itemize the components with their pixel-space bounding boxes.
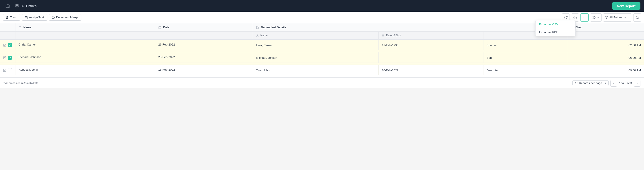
trash-icon [6, 16, 9, 19]
svg-point-12 [585, 18, 586, 19]
name-cell: Chris, Carner [16, 39, 155, 50]
pagination: 10 Records per page25 Records per page50… [572, 80, 640, 87]
svg-point-25 [257, 35, 258, 35]
svg-rect-3 [17, 6, 18, 7]
export-pdf-item[interactable]: Export as PDF [536, 28, 575, 36]
dep-rel-cell: Son [483, 52, 567, 63]
timezone-note: * All times are in Asia/Kolkata [4, 82, 38, 85]
svg-line-13 [584, 18, 585, 18]
search-icon [636, 16, 639, 19]
per-page-select[interactable]: 10 Records per page25 Records per page50… [572, 80, 609, 86]
subheader-check [567, 31, 644, 39]
name-col-icon [18, 26, 22, 29]
svg-point-11 [583, 17, 584, 18]
table-body: Chris, Carner26-Feb-2022Lara, Carner11-F… [0, 39, 644, 77]
next-page-button[interactable] [634, 80, 640, 87]
col-check-header: Chec [567, 23, 644, 31]
table-row: Rebecca, John16-Feb-2022Tina, John16-Feb… [0, 65, 644, 75]
dep-dob-cell: 16-Feb-2022 [378, 65, 484, 75]
svg-rect-26 [382, 35, 384, 37]
export-icon [583, 16, 586, 19]
footer: * All times are in Asia/Kolkata 10 Recor… [0, 77, 644, 88]
dep-name-cell: Michael, Johson [253, 52, 378, 63]
table-row-spacer [0, 75, 644, 77]
svg-rect-8 [53, 16, 54, 17]
svg-point-17 [636, 16, 638, 19]
assign-task-icon [24, 16, 28, 19]
print-icon [573, 16, 577, 19]
per-page-wrap: 10 Records per page25 Records per page50… [572, 80, 609, 86]
row-checkbox[interactable] [8, 43, 12, 47]
subheader-dep-dob: Date of Birth [378, 31, 484, 39]
name-cell: Rebecca, John [16, 65, 155, 75]
col-dependant-header: Dependant Details [253, 23, 567, 31]
date-cell: 16-Feb-2022 [155, 65, 253, 75]
refresh-icon [564, 16, 568, 19]
view-toggle[interactable] [590, 14, 602, 22]
svg-rect-1 [17, 5, 18, 6]
search-button[interactable] [633, 14, 641, 22]
svg-line-14 [584, 17, 585, 17]
svg-rect-9 [574, 18, 576, 19]
svg-point-15 [593, 17, 594, 18]
table-row: Richard, Johnson25-Feb-2022Michael, Johs… [0, 52, 644, 63]
subheader-dep-name: Name [253, 31, 378, 39]
date-cell: 26-Feb-2022 [155, 39, 253, 50]
edit-cell [0, 39, 16, 50]
edit-icon[interactable] [3, 56, 6, 59]
svg-point-19 [20, 27, 20, 27]
col-name-header: Name [16, 23, 155, 31]
new-report-button[interactable]: New Report [612, 2, 640, 10]
subheader-actions [0, 31, 16, 39]
dep-dob-cell: 11-Feb-1993 [378, 39, 484, 50]
dep-rel-cell: Daughter [483, 65, 567, 75]
chevron-right-icon [636, 82, 639, 85]
edit-icon[interactable] [3, 69, 6, 72]
export-dropdown: Export as CSV Export as PDF [535, 20, 576, 36]
dep-dob-cell [378, 52, 484, 63]
svg-rect-20 [158, 27, 161, 29]
date-cell: 25-Feb-2022 [155, 52, 253, 63]
top-bar: All Entries New Report [0, 0, 644, 12]
svg-rect-2 [16, 6, 17, 7]
filter-icon [605, 16, 608, 19]
trash-button[interactable]: Trash [3, 14, 20, 21]
check-time-cell: 09:00 AM [567, 65, 644, 75]
edit-icon[interactable] [3, 44, 6, 47]
dep-name-cell: Tina, John [253, 65, 378, 75]
table-row-spacer [0, 50, 644, 52]
home-button[interactable] [4, 2, 12, 10]
svg-rect-0 [16, 5, 17, 6]
chevron-down-icon [597, 16, 600, 19]
name-cell: Richard, Johnson [16, 52, 155, 63]
row-checkbox[interactable] [8, 68, 12, 72]
page-title: All Entries [22, 4, 37, 8]
edit-cell [0, 52, 16, 63]
prev-page-button[interactable] [610, 80, 617, 87]
document-merge-button[interactable]: Document Merge [49, 14, 82, 21]
chevron-left-icon [612, 82, 616, 85]
assign-task-button[interactable]: Assign Task [22, 14, 48, 21]
export-button[interactable] [580, 14, 588, 22]
export-csv-item[interactable]: Export as CSV [536, 20, 575, 28]
col-actions-header [0, 23, 16, 31]
filter-chevron-icon [624, 16, 626, 19]
subheader-name [16, 31, 155, 39]
dep-name-cell: Lara, Carner [253, 39, 378, 50]
table-row-spacer [0, 63, 644, 65]
row-checkbox[interactable] [8, 55, 12, 60]
svg-rect-4 [25, 16, 28, 19]
filter-select[interactable]: All Entries [603, 14, 632, 22]
dep-rel-cell: Spouse [483, 39, 567, 50]
eye-icon [592, 16, 596, 19]
table-row: Chris, Carner26-Feb-2022Lara, Carner11-F… [0, 39, 644, 50]
svg-marker-16 [605, 16, 608, 19]
edit-cell [0, 65, 16, 75]
svg-line-18 [638, 18, 639, 19]
page-info: 1 to 3 of 3 [619, 81, 632, 85]
col-date-header: Date [155, 23, 253, 31]
check-time-cell: 06:00 AM [567, 52, 644, 63]
svg-point-10 [585, 16, 586, 17]
subheader-date [155, 31, 253, 39]
document-merge-icon [52, 16, 55, 19]
